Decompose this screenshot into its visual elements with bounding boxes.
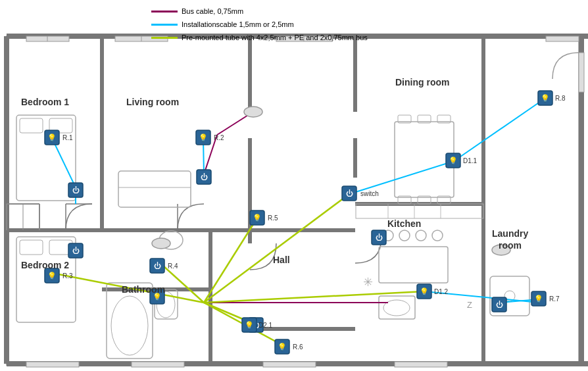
svg-line-86 bbox=[349, 161, 454, 194]
svg-rect-44 bbox=[379, 247, 448, 283]
svg-text:Bedroom 2: Bedroom 2 bbox=[21, 260, 69, 270]
svg-text:room: room bbox=[499, 240, 522, 251]
legend: Bus cable, 0,75mm Installationscable 1,5… bbox=[151, 5, 368, 45]
svg-text:⏻: ⏻ bbox=[72, 186, 80, 194]
svg-text:⏻: ⏻ bbox=[346, 189, 353, 197]
svg-text:R.1: R.1 bbox=[62, 134, 73, 141]
svg-text:R.3: R.3 bbox=[62, 272, 73, 280]
svg-point-41 bbox=[399, 230, 410, 241]
legend-label-installation: Installationscable 1,5mm or 2,5mm bbox=[182, 18, 294, 30]
svg-text:💡: 💡 bbox=[253, 213, 262, 222]
svg-text:💡: 💡 bbox=[420, 287, 429, 296]
floorplan: ✳ Z bbox=[0, 0, 588, 371]
svg-text:Bathroom: Bathroom bbox=[122, 284, 165, 295]
svg-rect-78 bbox=[395, 362, 447, 367]
svg-point-42 bbox=[416, 230, 426, 241]
legend-label-premounted: Pre-mounted tube with 4x2,5mm + PE and 2… bbox=[182, 32, 368, 43]
legend-item-bus: Bus cable, 0,75mm bbox=[151, 5, 368, 17]
svg-rect-60 bbox=[20, 240, 43, 255]
svg-text:switch: switch bbox=[360, 190, 379, 197]
svg-text:💡: 💡 bbox=[449, 156, 458, 165]
svg-rect-56 bbox=[16, 115, 76, 201]
svg-text:💡: 💡 bbox=[47, 133, 57, 142]
svg-text:Living room: Living room bbox=[126, 97, 179, 107]
svg-rect-49 bbox=[356, 204, 483, 218]
svg-text:Bedroom 1: Bedroom 1 bbox=[21, 97, 69, 107]
svg-text:⏻: ⏻ bbox=[201, 173, 208, 181]
svg-text:Dining room: Dining room bbox=[395, 77, 449, 87]
svg-text:R.5: R.5 bbox=[268, 214, 278, 222]
svg-text:D1.2: D1.2 bbox=[434, 288, 449, 295]
svg-text:💡: 💡 bbox=[245, 320, 254, 330]
svg-point-27 bbox=[111, 296, 148, 355]
svg-text:Kitchen: Kitchen bbox=[387, 218, 421, 229]
svg-text:R.7: R.7 bbox=[549, 295, 560, 303]
svg-rect-77 bbox=[263, 362, 316, 367]
svg-line-87 bbox=[454, 99, 545, 161]
svg-rect-76 bbox=[132, 362, 184, 367]
svg-text:💡: 💡 bbox=[47, 271, 57, 280]
svg-rect-74 bbox=[546, 36, 579, 41]
legend-label-bus: Bus cable, 0,75mm bbox=[182, 5, 243, 17]
svg-rect-31 bbox=[118, 171, 191, 207]
svg-text:R.8: R.8 bbox=[555, 95, 566, 102]
svg-text:D2.1: D2.1 bbox=[258, 322, 273, 329]
svg-text:Laundry: Laundry bbox=[492, 228, 528, 239]
svg-text:R.6: R.6 bbox=[293, 343, 303, 351]
svg-line-83 bbox=[52, 138, 76, 187]
svg-rect-57 bbox=[20, 118, 43, 133]
svg-text:⏻: ⏻ bbox=[154, 262, 161, 270]
svg-text:R.2: R.2 bbox=[214, 134, 224, 141]
svg-point-118 bbox=[152, 238, 170, 249]
svg-text:✳: ✳ bbox=[363, 276, 373, 289]
svg-text:💡: 💡 bbox=[199, 133, 208, 142]
svg-text:💡: 💡 bbox=[541, 93, 550, 103]
svg-text:💡: 💡 bbox=[534, 294, 543, 303]
svg-text:Hall: Hall bbox=[273, 255, 290, 265]
svg-text:💡: 💡 bbox=[278, 342, 287, 351]
svg-text:D1.1: D1.1 bbox=[463, 157, 478, 164]
svg-point-112 bbox=[244, 107, 262, 117]
svg-rect-75 bbox=[26, 362, 79, 367]
legend-item-installation: Installationscable 1,5mm or 2,5mm bbox=[151, 18, 368, 30]
legend-item-premounted: Pre-mounted tube with 4x2,5mm + PE and 2… bbox=[151, 32, 368, 43]
svg-text:⏻: ⏻ bbox=[496, 301, 503, 309]
svg-text:⏻: ⏻ bbox=[376, 234, 383, 241]
svg-text:Z: Z bbox=[467, 300, 472, 310]
svg-text:⏻: ⏻ bbox=[72, 247, 80, 255]
svg-rect-33 bbox=[395, 122, 454, 197]
svg-text:R.4: R.4 bbox=[168, 262, 178, 270]
svg-rect-79 bbox=[579, 53, 584, 92]
svg-point-43 bbox=[432, 230, 443, 241]
svg-line-96 bbox=[204, 194, 349, 303]
